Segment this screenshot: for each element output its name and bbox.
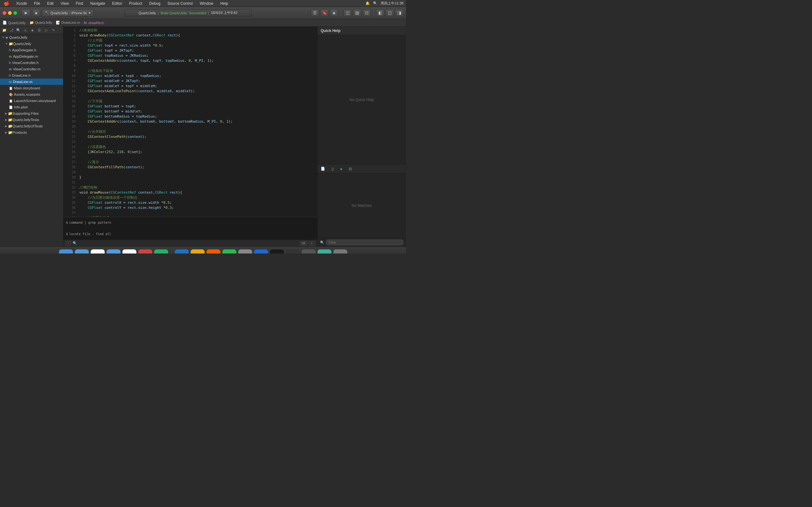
zoom-button[interactable] xyxy=(13,11,17,15)
dock-item-files[interactable]: 📂 xyxy=(317,249,332,254)
minimize-button[interactable] xyxy=(8,11,12,15)
qh-tab-grid[interactable]: ▤ xyxy=(345,165,355,172)
dock-item-slides[interactable]: S xyxy=(206,249,220,254)
sidebar-item-quartzjelly-root[interactable]: ▼ ◈ QuartzJelly xyxy=(0,34,63,41)
code-line[interactable]: 12 CGFloat middleY = topY + middleH; xyxy=(63,83,317,89)
dock-item-evernote[interactable]: 🗒 xyxy=(222,249,236,254)
code-line[interactable]: 18 CGFloat bottomRadius = topRadius; xyxy=(63,114,317,119)
code-line[interactable]: 2void drawBody(CGContextRef context,CGRe… xyxy=(63,33,317,38)
code-line[interactable]: 25 [JKColor(252, 218, 0)set]; xyxy=(63,150,317,155)
add-button[interactable]: + xyxy=(66,241,71,245)
breadcrumb-file[interactable]: 📝 DrawLine.m xyxy=(56,20,80,25)
code-line[interactable]: 23 xyxy=(63,139,317,145)
navigator-toggle[interactable]: ☰ xyxy=(311,9,319,17)
sidebar-item-viewcontroller-h[interactable]: h ViewController.h xyxy=(0,60,63,66)
menubar-editor[interactable]: Editor xyxy=(111,1,123,6)
code-line[interactable]: 8 xyxy=(63,63,317,68)
code-line[interactable]: 13 CGContextAddLineToPoint(context, midd… xyxy=(63,89,317,94)
code-line[interactable]: 27 //显示 xyxy=(63,160,317,165)
menubar-window[interactable]: Window xyxy=(199,1,215,6)
dock-item-editplus[interactable]: E xyxy=(302,249,316,254)
sidebar-btn-breakpoints[interactable]: ▷ xyxy=(43,27,49,33)
qh-tab-file[interactable]: 📄 xyxy=(317,165,328,172)
menubar-find[interactable]: Find xyxy=(74,1,84,6)
breadcrumb-symbol[interactable]: M -drawRect: xyxy=(84,21,104,25)
code-line[interactable]: 19 CGContextAddArc(context, bottomX, bot… xyxy=(63,119,317,124)
code-line[interactable]: 36 CGFloat controlY = rect.size.height *… xyxy=(63,205,317,210)
bookmark-icon[interactable]: 🔖 xyxy=(320,9,328,17)
code-line[interactable]: 37 xyxy=(63,210,317,216)
hide-navigator[interactable]: ◧ xyxy=(376,9,385,17)
version-editor[interactable]: ⊡ xyxy=(362,9,371,17)
code-line[interactable]: 33void drawMouse(CGContextRef context,CG… xyxy=(63,190,317,195)
menubar-product[interactable]: Product xyxy=(128,1,143,6)
menubar-navigate[interactable]: Navigate xyxy=(89,1,106,6)
code-line[interactable]: 6 CGFloat topRadius = JKRadius; xyxy=(63,53,317,58)
code-line[interactable]: 26 xyxy=(63,155,317,160)
sidebar-item-launchscreen[interactable]: 📋 LaunchScreen.storyboard xyxy=(0,98,63,104)
sidebar-item-drawline-h[interactable]: h DrawLine.h xyxy=(0,72,63,78)
sidebar-btn-search[interactable]: 🔍 xyxy=(15,27,21,33)
dock-item-wechat[interactable]: 💬 xyxy=(154,249,168,254)
sidebar-btn-git[interactable]: ⎇ xyxy=(8,27,14,33)
sidebar-item-assets[interactable]: 🎨 Assets.xcassets xyxy=(0,91,63,98)
menubar-help[interactable]: Help xyxy=(219,1,229,6)
sidebar-btn-log[interactable]: ✎ xyxy=(50,27,56,33)
console-btn[interactable]: ⌨ xyxy=(300,241,307,245)
run-button[interactable]: ▶ xyxy=(21,9,31,17)
menubar-xcode[interactable]: Xcode xyxy=(15,1,28,6)
code-line[interactable]: 14 xyxy=(63,94,317,99)
qh-tab-circle[interactable]: ● xyxy=(337,166,345,172)
code-line[interactable]: 20 xyxy=(63,124,317,129)
filter-input[interactable] xyxy=(326,239,403,245)
sidebar-item-main-storyboard[interactable]: 📋 Main.storyboard xyxy=(0,85,63,91)
sidebar-btn-test[interactable]: ◈ xyxy=(29,27,36,33)
code-line[interactable]: 29 xyxy=(63,170,317,175)
code-line[interactable]: 3 //上半圆 xyxy=(63,38,317,43)
sidebar-item-quartzjelly-group[interactable]: ▼ 📁 QuartzJelly xyxy=(0,41,63,47)
sidebar-item-info-plist[interactable]: 📄 Info.plist xyxy=(0,104,63,110)
standard-editor[interactable]: ◫ xyxy=(344,9,352,17)
dock-item-trash[interactable]: 🗑 xyxy=(334,249,347,254)
notification-icon[interactable]: 🔔 xyxy=(365,1,370,5)
code-line[interactable]: 15 //下半圆 xyxy=(63,99,317,104)
menubar-file[interactable]: File xyxy=(33,1,41,6)
dock-item-instruments[interactable]: ⚙ xyxy=(238,249,252,254)
sidebar-item-appdelegate-m[interactable]: m AppDelegate.m xyxy=(0,53,63,60)
dock-item-photos[interactable]: 🌸 xyxy=(122,249,136,254)
sidebar-item-appdelegate-h[interactable]: h AppDelegate.h xyxy=(0,47,63,53)
code-line[interactable]: 24 //设置颜色 xyxy=(63,145,317,150)
dock-item-penguin[interactable]: 🐧 xyxy=(175,249,189,254)
sidebar-btn-debug[interactable]: ☰ xyxy=(36,27,43,33)
sidebar-item-supporting-files[interactable]: ▶ 📁 Supporting Files xyxy=(0,110,63,117)
dock-item-safari[interactable]: 🧭 xyxy=(75,249,89,254)
sidebar-btn-warning[interactable]: ⚠ xyxy=(22,27,29,33)
sidebar-item-viewcontroller-m[interactable]: m ViewController.m xyxy=(0,66,63,72)
clear-btn[interactable]: ✕ xyxy=(309,241,315,245)
code-line[interactable]: 34 //为贝塞尔曲线设置一个控制点 xyxy=(63,195,317,200)
menubar-source-control[interactable]: Source Control xyxy=(166,1,194,6)
dock-item-hbuilder[interactable]: H xyxy=(191,249,205,254)
code-line[interactable]: 22 CGContextClosePath(context); xyxy=(63,134,317,139)
code-line[interactable]: 10 CGFloat middleX = topX - topRadius; xyxy=(63,73,317,78)
assistant-editor[interactable]: ▤ xyxy=(353,9,361,17)
breakpoint-icon[interactable]: ◈ xyxy=(330,9,338,17)
dock-item-github[interactable]: 🐙 xyxy=(286,249,300,254)
menubar-edit[interactable]: Edit xyxy=(46,1,55,6)
dock-item-chrome[interactable]: 🔴 xyxy=(91,249,105,254)
dock-item-mail[interactable]: ✉ xyxy=(107,249,120,254)
code-line[interactable]: 17 CGFloat bottomY = middleY; xyxy=(63,109,317,114)
code-line[interactable]: 31 xyxy=(63,180,317,185)
qh-tab-code[interactable]: {} xyxy=(328,166,337,172)
sidebar-item-quartzjellytests[interactable]: ▶ 📁 QuartzJellyTests xyxy=(0,117,63,123)
code-line[interactable]: 5 CGFloat topY = JKTopY; xyxy=(63,48,317,53)
hide-debug[interactable]: ◫ xyxy=(386,9,394,17)
breadcrumb-project[interactable]: QuartzJelly xyxy=(8,21,26,25)
dock-item-xcode-dock[interactable]: 🔨 xyxy=(254,249,268,254)
code-line[interactable]: 28 CGContextFillPath(context); xyxy=(63,165,317,170)
code-line[interactable]: 16 CGFloat bottomX = topX; xyxy=(63,104,317,109)
code-line[interactable]: 35 CGFloat controlX = rect.size.width *0… xyxy=(63,200,317,205)
scheme-selector[interactable]: 🔨 QuartzJelly | iPhone 6s ▼ xyxy=(42,9,94,17)
hide-utilities[interactable]: ◨ xyxy=(395,9,403,17)
breadcrumb-folder[interactable]: 📁 QuartzJelly xyxy=(30,20,52,25)
